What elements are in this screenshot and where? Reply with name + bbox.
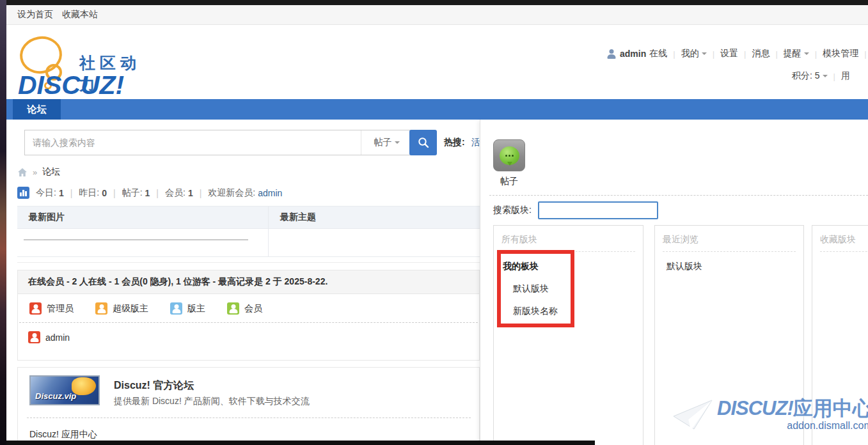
moderator-user-icon [170, 302, 182, 315]
separator [858, 49, 868, 59]
watermark-text: DISCUZ!应用中心 addon.dismall.com [717, 398, 868, 431]
welcome-label: 欢迎新会员: [208, 187, 255, 199]
online-status-label: 在线 [649, 48, 667, 59]
username-link[interactable]: admin [620, 49, 646, 59]
caret-down-icon [823, 75, 828, 80]
legend-label: 会员 [244, 303, 262, 315]
banner-text: Discuz.vip [35, 391, 76, 401]
official-forum-desc: 提供最新 Discuz! 产品新闻、软件下载与技术交流 [114, 396, 310, 407]
legend-member: 会员 [227, 302, 262, 315]
posts-icon[interactable] [493, 139, 525, 171]
hot-search: 热搜: 活 [444, 137, 480, 148]
search-scope-select[interactable]: 帖子 [361, 130, 412, 155]
stat-members-value: 1 [188, 188, 193, 198]
caret-down-icon [702, 52, 707, 58]
settings-link[interactable]: 设置 [720, 48, 738, 59]
red-highlight-annotation [497, 250, 574, 327]
separator: | [113, 188, 116, 198]
stats-chart-icon [17, 187, 29, 199]
app-center-link[interactable]: Discuz! 应用中心 [29, 429, 97, 441]
col-latest-images: 最新图片 [17, 207, 269, 228]
forum-nav-panel: 帖子 搜索版块: 所有版块 我的板块 默认版块 新版块名称 最近浏览 默认版块 … [480, 120, 868, 445]
empty-slider-track [24, 239, 248, 240]
messages-link[interactable]: 消息 [752, 48, 769, 59]
stat-posts-value: 1 [145, 188, 150, 198]
caret-down-icon [804, 52, 809, 58]
set-home-link[interactable]: 设为首页 [17, 9, 53, 20]
search-icon [417, 136, 430, 149]
site-logo[interactable]: 社区动力 DISCUZ! [14, 32, 155, 102]
tab-forum[interactable]: 论坛 [13, 99, 61, 120]
module-management-link[interactable]: 模块管理 [823, 48, 858, 59]
watermark: DISCUZ!应用中心 addon.dismall.com [672, 398, 868, 433]
speech-bubble-icon [500, 146, 519, 165]
credits-bar: 积分: 5 用 [792, 70, 850, 82]
stat-today-label: 今日: [36, 187, 56, 199]
stat-yesterday-label: 昨日: [79, 187, 99, 199]
window-top-edge [6, 0, 868, 5]
legend-label: 版主 [187, 303, 205, 315]
user-bar: admin 在线 我的 设置 消息 提醒 模块管理 [606, 48, 868, 59]
divider [17, 262, 480, 263]
discuz-vip-banner[interactable]: Discuz.vip [29, 375, 100, 405]
legend-label: 超级版主 [113, 303, 148, 315]
stat-today-value: 1 [59, 188, 64, 198]
forum-search-input[interactable] [538, 201, 658, 219]
search-input[interactable] [25, 130, 358, 155]
separator: | [70, 188, 73, 198]
col-latest-topics: 最新主题 [269, 207, 480, 228]
logo-brand-text: DISCUZ! [18, 70, 124, 100]
stat-yesterday-value: 0 [102, 188, 107, 198]
user-icon [606, 49, 616, 59]
reminders-menu[interactable]: 提醒 [784, 48, 801, 59]
column-title: 收藏版块 [820, 234, 868, 252]
search-button[interactable] [409, 130, 437, 155]
legend-moderator: 版主 [170, 302, 205, 315]
official-forum-link[interactable]: Discuz! 官方论坛 [114, 379, 194, 393]
watermark-domain: addon.dismall.com [717, 421, 868, 431]
latest-table-body [17, 229, 480, 257]
paper-plane-icon [672, 398, 713, 433]
member-user-icon [227, 302, 239, 315]
online-members-box: 在线会员 - 2 人在线 - 1 会员(0 隐身), 1 位游客 - 最高记录是… [17, 270, 480, 361]
favorite-site-link[interactable]: 收藏本站 [62, 9, 98, 20]
home-icon[interactable] [17, 168, 28, 177]
hot-search-term[interactable]: 活 [471, 137, 480, 147]
desktop-background-strip [0, 0, 6, 445]
new-member-link[interactable]: admin [258, 188, 282, 198]
posts-icon-label: 帖子 [491, 176, 528, 187]
legend-label: 管理员 [47, 303, 74, 315]
forum-link-default[interactable]: 默认版块 [667, 261, 803, 272]
friend-links-box: Discuz.vip Discuz! 官方论坛 提供最新 Discuz! 产品新… [17, 367, 480, 445]
screen: 设为首页 收藏本站 社区动力 DISCUZ! admin 在线 我的 设置 消息 [0, 0, 868, 445]
watermark-suffix: 应用中心 [793, 397, 868, 419]
online-user-link[interactable]: admin [45, 332, 70, 343]
utility-bar: 设为首页 收藏本站 [6, 5, 868, 25]
breadcrumb: » 论坛 [17, 166, 60, 178]
super-moderator-user-icon [95, 302, 107, 315]
my-menu[interactable]: 我的 [681, 48, 699, 59]
divider [27, 418, 471, 418]
hot-search-label: 热搜: [444, 137, 465, 147]
separator [667, 49, 681, 59]
online-user-row: admin [18, 323, 479, 343]
caret-down-icon [395, 141, 400, 146]
separator [828, 71, 841, 81]
latest-images-cell [17, 229, 269, 257]
separator [738, 49, 752, 59]
main-navbar: 论坛 [6, 99, 868, 120]
search-scope-value: 帖子 [374, 137, 392, 148]
member-group-legend: 管理员 超级版主 版主 会员 [19, 294, 478, 323]
stat-posts-label: 帖子: [122, 187, 143, 199]
legend-super-moderator: 超级版主 [95, 302, 148, 315]
watermark-brand: DISCUZ! [717, 397, 793, 419]
separator [809, 49, 823, 59]
online-members-summary: 在线会员 - 2 人在线 - 1 会员(0 隐身), 1 位游客 - 最高记录是… [18, 270, 479, 294]
clipped-link-fragment: 用 [841, 70, 850, 82]
latest-table: 最新图片 最新主题 [17, 206, 480, 257]
separator: | [156, 188, 159, 198]
column-title: 最近浏览 [663, 234, 796, 252]
credits-menu[interactable]: 积分: 5 [792, 70, 820, 82]
stat-members-label: 会员: [165, 187, 185, 199]
legend-admin: 管理员 [29, 302, 74, 315]
